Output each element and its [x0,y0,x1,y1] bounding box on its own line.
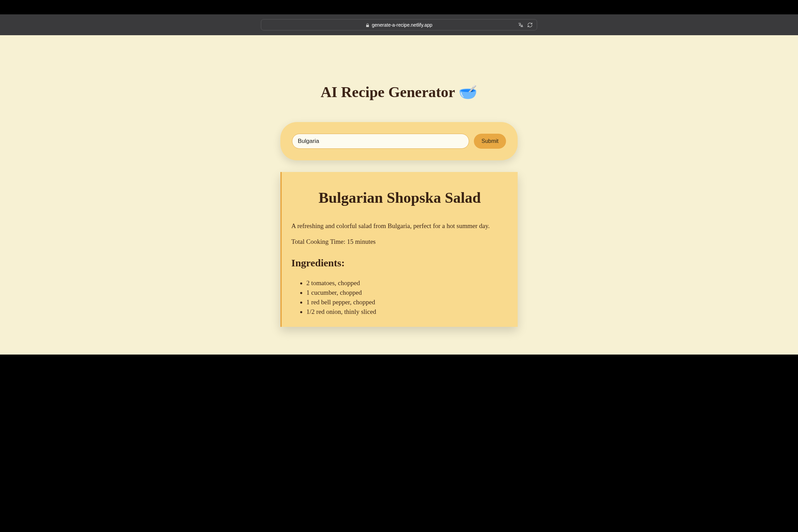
list-item: 1 red bell pepper, chopped [306,297,508,307]
ingredients-list: 2 tomatoes, chopped 1 cucumber, chopped … [291,278,508,317]
lock-icon [365,22,370,28]
list-item: 1/2 red onion, thinly sliced [306,307,508,317]
reload-icon[interactable] [527,22,533,28]
recipe-title: Bulgarian Shopska Salad [291,189,508,207]
address-bar[interactable]: generate-a-recipe.netlify.app [261,19,537,30]
list-item: 1 cucumber, chopped [306,288,508,297]
ingredients-heading: Ingredients: [291,257,508,269]
recipe-description: A refreshing and colorful salad from Bul… [291,222,508,230]
url-text: generate-a-recipe.netlify.app [372,22,432,28]
page-title: AI Recipe Generator 🥣 [321,83,478,101]
recipe-cooking-time: Total Cooking Time: 15 minutes [291,238,508,245]
submit-button[interactable]: Submit [474,134,506,149]
translate-icon[interactable] [518,22,524,28]
list-item: 2 tomatoes, chopped [306,278,508,288]
country-input[interactable] [292,134,469,149]
input-card: Submit [280,122,518,160]
recipe-card: Bulgarian Shopska Salad A refreshing and… [280,172,518,327]
page-body: AI Recipe Generator 🥣 Submit Bulgarian S… [0,35,798,355]
